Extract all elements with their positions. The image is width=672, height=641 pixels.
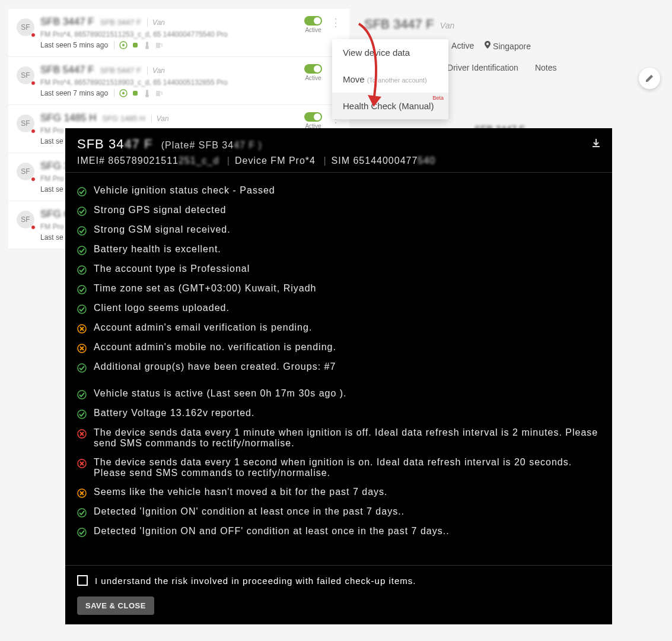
check-item: Strong GPS signal detected — [77, 201, 600, 220]
check-ok-icon — [77, 285, 87, 294]
download-icon[interactable] — [591, 138, 601, 151]
check-item: Vehicle status is active (Last seen 0h 1… — [77, 384, 600, 404]
svg-point-32 — [78, 528, 86, 537]
vehicle-row[interactable]: SF SFB 5447 F SFB 5447 F Van FM Pro*4, 8… — [8, 57, 349, 105]
check-text: Vehicle status is active (Last seen 0h 1… — [94, 388, 347, 399]
svg-rect-2 — [133, 43, 138, 47]
check-item: Account admin's email verification is pe… — [77, 318, 600, 338]
check-item: Battery Voltage 13.162v reported. — [77, 404, 600, 423]
check-warn-icon — [77, 324, 87, 334]
avatar: SF — [17, 115, 34, 132]
check-item: Account admin's mobile no. verification … — [77, 338, 600, 357]
check-text: Vehicle ignition status check - Passed — [94, 185, 275, 196]
tab-notes[interactable]: Notes — [535, 63, 557, 72]
check-item: Battery health is excellent. — [77, 240, 600, 259]
last-seen: Last seen 7 mins ago — [40, 89, 108, 97]
check-ok-icon — [77, 187, 87, 196]
check-text: Client logo seems uploaded. — [94, 303, 230, 313]
check-ok-icon — [77, 304, 87, 314]
check-item: Detected 'Ignition ON' condition at leas… — [77, 502, 600, 522]
steering-icon — [119, 41, 128, 49]
ack-checkbox[interactable] — [77, 575, 88, 586]
vehicle-title: SFG 1485 H — [40, 112, 97, 124]
detail-type: Van — [440, 21, 454, 30]
avatar: SF — [17, 18, 34, 36]
active-toggle[interactable] — [304, 16, 322, 26]
temp-icon — [143, 89, 151, 97]
fuel-icon — [155, 89, 163, 97]
vehicle-title: SFB 3447 F — [40, 16, 94, 28]
check-text: Battery health is excellent. — [94, 244, 221, 255]
svg-rect-8 — [133, 91, 138, 96]
check-ok-icon — [77, 390, 87, 399]
fuel-icon — [155, 41, 163, 49]
check-error-icon — [77, 459, 87, 468]
avatar: SF — [17, 211, 34, 229]
modal-subtitle: IMEI# 865789021511251_c_d |Device FM Pro… — [77, 156, 600, 166]
check-text: The device sends data every 1 second whe… — [94, 457, 600, 478]
svg-point-17 — [78, 207, 86, 215]
svg-rect-5 — [156, 43, 160, 48]
check-error-icon — [77, 429, 87, 439]
toggle-label: Active — [305, 75, 321, 81]
edit-fab-button[interactable] — [639, 68, 660, 89]
health-check-list[interactable]: Vehicle ignition status check - PassedSt… — [65, 173, 612, 565]
save-close-button[interactable]: SAVE & CLOSE — [77, 596, 154, 615]
check-ok-icon — [77, 265, 87, 275]
check-text: Seems like the vehicle hasn't moved a bi… — [94, 487, 388, 497]
avatar: SF — [17, 163, 34, 180]
check-text: Time zone set as (GMT+03:00) Kuwait, Riy… — [94, 283, 316, 294]
modal-title: SFB 3447 F (Plate# SFB 3447 F ) — [77, 137, 600, 152]
check-text: Strong GPS signal detected — [94, 205, 226, 215]
vehicle-plate: SFG 1485 H — [103, 114, 145, 123]
health-check-modal: SFB 3447 F (Plate# SFB 3447 F ) IMEI# 86… — [65, 128, 612, 624]
check-warn-icon — [77, 344, 87, 353]
active-toggle[interactable] — [304, 112, 322, 122]
check-text: Detected 'Ignition ON and OFF' condition… — [94, 526, 450, 537]
svg-marker-15 — [368, 95, 381, 107]
svg-point-4 — [145, 46, 149, 49]
svg-point-25 — [78, 364, 86, 372]
vehicle-title: SFB 5447 F — [40, 64, 94, 76]
last-seen: Last se — [40, 185, 63, 193]
vehicle-type: Van — [151, 115, 169, 123]
check-item: The device sends data every 1 second whe… — [77, 453, 600, 483]
check-text: The device sends data every 1 minute whe… — [94, 427, 600, 449]
check-item: The account type is Professional — [77, 259, 600, 279]
check-ok-icon — [77, 508, 87, 518]
svg-point-1 — [122, 44, 125, 46]
vehicle-type: Van — [147, 18, 165, 27]
check-text: Battery Voltage 13.162v reported. — [94, 408, 254, 418]
check-ok-icon — [77, 226, 87, 236]
active-toggle[interactable] — [304, 64, 322, 74]
check-ok-icon — [77, 528, 87, 537]
svg-point-22 — [78, 305, 86, 313]
steering-icon — [119, 89, 128, 97]
check-ok-icon — [77, 246, 87, 255]
check-item: Vehicle ignition status check - Passed — [77, 181, 600, 201]
key-icon — [131, 41, 139, 49]
location-marker: Singapore — [485, 41, 531, 51]
avatar: SF — [17, 66, 34, 84]
modal-footer: I understand the risk involved in procee… — [65, 565, 612, 624]
svg-point-21 — [78, 285, 86, 294]
tab-driver-identification[interactable]: Driver Identification — [447, 63, 518, 72]
vehicle-row[interactable]: SF SFB 3447 F SFB 3447 F Van FM Pro*4, 8… — [8, 9, 349, 57]
check-ok-icon — [77, 363, 87, 373]
key-icon — [131, 89, 139, 97]
check-text: Additional group(s) have been created. G… — [94, 361, 336, 372]
check-item: Time zone set as (GMT+03:00) Kuwait, Riy… — [77, 279, 600, 299]
check-item: Strong GSM signal received. — [77, 220, 600, 240]
beta-badge: Beta — [432, 95, 444, 101]
vehicle-plate: SFB 5447 F — [100, 66, 141, 75]
vehicle-device-info: FM Pro*4, 865789021511253_c_d, 65 144000… — [40, 30, 298, 39]
temp-icon — [143, 41, 151, 49]
last-seen: Last seen 5 mins ago — [40, 41, 108, 49]
ack-label: I understand the risk involved in procee… — [95, 576, 416, 586]
check-text: Detected 'Ignition ON' condition at leas… — [94, 506, 405, 517]
svg-rect-11 — [156, 91, 160, 96]
vehicle-device-info: FM Pro*4, 865789021518903_c_d, 65 144000… — [40, 78, 298, 87]
check-item: Detected 'Ignition ON and OFF' condition… — [77, 522, 600, 541]
check-text: Account admin's mobile no. verification … — [94, 342, 336, 353]
check-ok-icon — [77, 207, 87, 216]
